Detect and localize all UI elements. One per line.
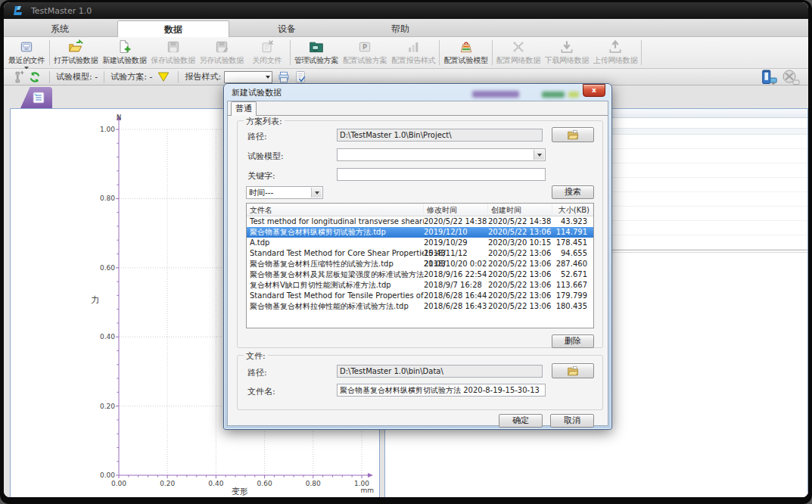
app-logo-icon (13, 5, 25, 16)
file-path-field[interactable]: D:\TestMaster 1.0\bin\Data\ (337, 365, 543, 378)
chevron-down-icon (534, 150, 544, 160)
search-button[interactable]: 搜索 (552, 185, 594, 199)
file-cell: 2020/5/22 14:38 (488, 216, 552, 227)
file-cell: 2018/9/16 22:54 (424, 269, 488, 280)
file-row[interactable]: 聚合物基复合材料压缩特性的试验方法.tdp2018/10/20 0:022020… (247, 259, 593, 269)
最近的文件-button[interactable]: 最近的文件 (5, 38, 48, 67)
printer-icon[interactable] (277, 70, 291, 84)
network-config-icon (511, 39, 526, 54)
file-name-input[interactable]: 聚合物基复合材料纵横剪切试验方法 2020-8-19-15-30-13 (337, 384, 546, 397)
file-browse-button[interactable] (552, 363, 594, 378)
refresh-icon[interactable] (28, 70, 42, 84)
document-tab[interactable] (20, 87, 52, 108)
ok-button[interactable]: 确定 (499, 414, 543, 428)
ribbon-separator (492, 40, 493, 65)
ribbon-separator (439, 40, 440, 65)
menu-tab-1[interactable]: 系统 (4, 20, 116, 37)
plan-path-label: 路径: (247, 131, 267, 142)
新建试验数据-button[interactable]: 新建试验数据 (100, 38, 148, 67)
tab-page: 方案列表: 路径: D:\TestMaster 1.0\Bin\Project\… (228, 116, 608, 425)
x-tick-label: 0.60 (254, 480, 276, 487)
配置试验模型-button[interactable]: 配置试验模型 (441, 38, 490, 67)
y-tick-label: 0.80 (92, 194, 115, 202)
file-row[interactable]: A.tdp2019/10/29 15:432020/3/20 10:15178.… (247, 238, 593, 248)
file-row-selected[interactable]: 聚合物基复合材料纵横剪切试验方法.tdp2019/12/10 14:232020… (247, 227, 593, 238)
report-style-label: 报告样式: (185, 71, 221, 82)
file-row[interactable]: 复合材料V缺口剪切性能测试标准方法.tdp2018/9/7 16:282020/… (247, 280, 593, 291)
ribbon-group: 管理试验方案P配置试验方案配置报告样式 (292, 38, 438, 67)
配置试验方案-button: P配置试验方案 (341, 38, 389, 67)
chevron-down-icon (311, 188, 322, 198)
file-list-header[interactable]: 文件名修改时间创建时间大小(KB) (247, 204, 593, 216)
file-cell: 180.435 (552, 301, 593, 312)
file-cell: Standard Test Method for Core Shear Prop… (247, 248, 424, 259)
关闭文件-button: 关闭文件 (246, 38, 288, 67)
上传网络数据-button: 上传网络数据 (591, 38, 639, 67)
file-row[interactable]: 聚合物基复合材料及其层板短梁强度的标准试验方法.tdp2018/9/16 22:… (247, 269, 593, 280)
ribbon-button-label: 上传网络数据 (593, 55, 637, 66)
report-style-select[interactable] (224, 71, 272, 83)
close-button[interactable]: x (583, 84, 605, 97)
file-row[interactable]: 聚合物基复合材料拉伸性能的标准试验方法.tdp2018/6/28 16:4320… (247, 301, 593, 312)
ribbon-group: 配置网络数据下载网络数据上传网络数据 (494, 38, 640, 67)
file-cell: 聚合物基复合材料拉伸性能的标准试验方法.tdp (247, 301, 424, 312)
ribbon-button-label: 配置报告样式 (391, 55, 435, 66)
y-axis-unit: N (107, 114, 130, 121)
file-cell: Test method for longitudinal transverse … (247, 216, 424, 227)
file-row[interactable]: Test method for longitudinal transverse … (247, 216, 593, 227)
tab-general[interactable]: 普通 (231, 101, 257, 116)
file-cell: 2020/5/22 13:06 (488, 301, 552, 312)
file-cell: 聚合物基复合材料压缩特性的试验方法.tdp (247, 259, 424, 269)
plan-path-field[interactable]: D:\TestMaster 1.0\Bin\Project\ (337, 129, 543, 142)
file-cell: 178.451 (552, 238, 593, 248)
specimen-add-icon[interactable] (11, 70, 25, 84)
folder-browse-icon (567, 129, 579, 140)
y-tick-label: 0.60 (92, 264, 115, 272)
file-cell: 2020/5/22 13:06 (488, 280, 552, 291)
file-cell: 179.799 (552, 291, 593, 301)
plan-model-select[interactable] (337, 148, 546, 161)
打开试验数据-button[interactable]: 打开试验数据 (51, 38, 100, 67)
file-cell: 2018/10/20 0:02 (424, 259, 488, 269)
report-check-icon[interactable] (294, 70, 307, 84)
y-tick-label: 1.00 (92, 126, 115, 133)
file-list-column-header[interactable]: 大小(KB) (552, 204, 593, 216)
svg-text:P: P (362, 43, 367, 51)
menu-tab-2[interactable]: 数据 (117, 20, 229, 37)
file-row[interactable]: Standard Test Method for Tensile Propert… (247, 291, 593, 301)
plan-browse-button[interactable] (552, 127, 594, 142)
test-plan-label: 试验方案: (110, 71, 147, 82)
cancel-button[interactable]: 取消 (550, 414, 594, 428)
file-list-column-header[interactable]: 创建时间 (488, 204, 552, 216)
upload-icon (608, 39, 623, 54)
keyword-input[interactable] (337, 168, 546, 181)
ribbon-button-label: 新建试验数据 (102, 55, 146, 66)
test-machine-icon (760, 70, 778, 85)
menu-tab-4[interactable]: 帮助 (344, 20, 456, 37)
file-cell: 43.923 (552, 216, 593, 227)
file-cell: 2020/3/20 10:15 (488, 238, 552, 248)
plan-file-list[interactable]: 文件名修改时间创建时间大小(KB) Test method for longit… (246, 203, 594, 328)
ribbon-toolbar: 最近的文件打开试验数据新建试验数据保存试验数据另存试验数据关闭文件管理试验方案P… (4, 37, 808, 69)
save-as-icon (214, 39, 229, 54)
file-row[interactable]: Standard Test Method for Core Shear Prop… (247, 248, 593, 259)
glass-reflection (472, 91, 519, 98)
ribbon-button-label: 关闭文件 (252, 55, 282, 66)
file-list-column-header[interactable]: 文件名 (247, 204, 424, 216)
manage-plan-folder-icon (309, 39, 324, 54)
delete-button[interactable]: 删除 (552, 334, 594, 348)
ribbon-button-label: 配置试验模型 (443, 55, 487, 66)
file-group: 文件: (237, 355, 603, 410)
save-icon (166, 39, 181, 54)
test-list-icon (32, 91, 45, 104)
y-tick-label: 0.20 (92, 403, 115, 410)
file-list-column-header[interactable]: 修改时间 (424, 204, 488, 216)
ribbon-button-label: 另存试验数据 (200, 55, 244, 66)
管理试验方案-button[interactable]: 管理试验方案 (292, 38, 341, 67)
menu-tab-3[interactable]: 设备 (231, 20, 343, 37)
file-cell: 2018/9/7 16:28 (424, 280, 488, 291)
file-cell: 2020/5/22 13:06 (488, 291, 552, 301)
time-filter-select[interactable]: 时间--- (246, 186, 323, 199)
plan-list-group-label: 方案列表: (244, 116, 285, 127)
file-group-label: 文件: (244, 350, 268, 362)
